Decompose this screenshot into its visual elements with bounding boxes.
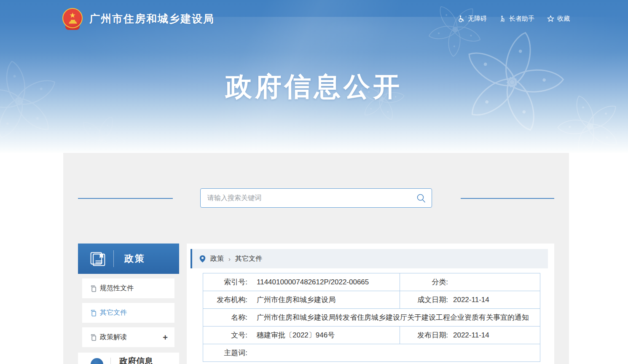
sidebar-item-label: 其它文件 <box>100 308 127 317</box>
table-row: 名称: 广州市住房和城乡建设局转发省住房城乡建设厅关于建设工程企业资质有关事宜的… <box>203 309 540 327</box>
detail-panel: 政策 › 其它文件 索引号: 11440100007482612P/2022-0… <box>187 244 554 364</box>
sidebar-menu: 规范性文件 其它文件 政策解读 <box>78 274 179 347</box>
wheelchair-icon <box>458 15 465 22</box>
emblem-star-icon: ★ <box>69 12 75 19</box>
header-quick-links: 无障碍 长者助手 收藏 <box>458 15 570 23</box>
field-value-document-name: 广州市住房和城乡建设局转发省住房城乡建设厅关于建设工程企业资质有关事宜的通知 <box>257 313 529 322</box>
breadcrumb: 政策 › 其它文件 <box>191 249 548 268</box>
sidebar-section-title: 政策 <box>124 252 145 265</box>
field-label-category: 分类: <box>400 277 448 287</box>
sidebar-item-label: 政策解读 <box>100 333 127 342</box>
sidebar-section-policy[interactable]: 政策 <box>78 244 179 274</box>
field-value-index-number: 11440100007482612P/2022-00665 <box>257 278 369 286</box>
sidebar-next-section-title: 政府信息公开 <box>119 356 161 364</box>
sidebar-item-other-documents[interactable]: 其它文件 <box>82 303 174 323</box>
breadcrumb-item-other-documents[interactable]: 其它文件 <box>235 254 262 263</box>
table-row: 文号: 穗建审批〔2022〕946号 发布日期: 2022-11-14 <box>203 327 540 344</box>
expand-plus-icon[interactable]: + <box>163 333 168 342</box>
document-icon <box>90 334 97 341</box>
star-icon <box>547 15 554 22</box>
national-emblem-logo: ★ <box>62 7 83 30</box>
sidebar-item-label: 规范性文件 <box>100 284 134 293</box>
search-input[interactable] <box>201 189 432 207</box>
field-label-keywords: 主题词: <box>203 348 247 358</box>
table-row: 索引号: 11440100007482612P/2022-00665 分类: <box>203 273 540 291</box>
decorative-line-right <box>461 198 554 199</box>
breadcrumb-separator: › <box>228 255 231 262</box>
field-value-publish-date: 2022-11-14 <box>453 331 489 340</box>
favorite-label: 收藏 <box>557 15 570 23</box>
field-value-issuing-agency: 广州市住房和城乡建设局 <box>257 295 335 305</box>
field-label-index-number: 索引号: <box>203 277 247 287</box>
accessibility-label: 无障碍 <box>468 15 487 23</box>
field-label-issuing-agency: 发布机构: <box>203 295 247 305</box>
search-box <box>200 188 432 208</box>
field-label-document-number: 文号: <box>203 330 247 340</box>
sidebar-header-divider <box>113 250 114 267</box>
sidebar: 政策 规范性文件 其它文件 <box>78 244 179 364</box>
field-label-publish-date: 发布日期: <box>400 330 448 340</box>
table-row: 发布机构: 广州市住房和城乡建设局 成文日期: 2022-11-14 <box>203 291 540 309</box>
sidebar-section-gov-info[interactable]: 政府信息公开 <box>78 353 179 364</box>
document-icon <box>90 285 97 292</box>
document-icon <box>90 310 97 316</box>
sidebar-header-divider <box>110 358 111 364</box>
decorative-line-left <box>78 198 173 199</box>
banner: ★ 广州市住房和城乡建设局 无障碍 <box>0 0 628 153</box>
accessibility-link[interactable]: 无障碍 <box>458 15 487 23</box>
field-value-issue-date: 2022-11-14 <box>453 296 489 304</box>
field-value-document-number: 穗建审批〔2022〕946号 <box>257 330 335 340</box>
search-icon[interactable] <box>416 193 426 205</box>
site-title: 广州市住房和城乡建设局 <box>89 12 215 26</box>
top-bar: ★ 广州市住房和城乡建设局 无障碍 <box>0 0 628 37</box>
content-area: 政策 规范性文件 其它文件 <box>63 153 569 364</box>
favorite-link[interactable]: 收藏 <box>547 15 570 23</box>
elder-assist-icon <box>499 15 506 22</box>
field-label-issue-date: 成文日期: <box>400 295 448 305</box>
table-row: 主题词: <box>203 344 540 362</box>
info-circle-icon <box>91 358 103 364</box>
sidebar-item-normative-documents[interactable]: 规范性文件 <box>82 278 174 298</box>
elder-assist-link[interactable]: 长者助手 <box>499 15 534 23</box>
elder-assist-label: 长者助手 <box>509 15 534 23</box>
field-label-document-name: 名称: <box>203 313 247 322</box>
page-title: 政府信息公开 <box>225 69 403 105</box>
book-icon <box>89 251 106 267</box>
document-meta-table: 索引号: 11440100007482612P/2022-00665 分类: 发… <box>203 273 540 362</box>
sidebar-item-policy-interpretation[interactable]: 政策解读 + <box>82 327 174 347</box>
site-brand[interactable]: ★ 广州市住房和城乡建设局 <box>62 7 215 30</box>
breadcrumb-item-policy[interactable]: 政策 <box>210 254 224 263</box>
map-pin-icon <box>199 255 206 263</box>
